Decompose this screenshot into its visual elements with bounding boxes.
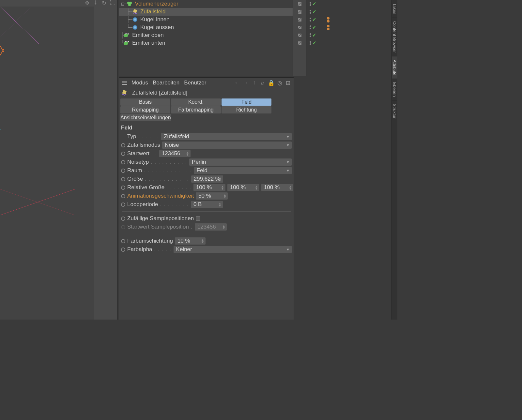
- tag-dots[interactable]: [327, 25, 330, 30]
- side-tab-struktur[interactable]: Struktur: [392, 100, 397, 122]
- layer-flag[interactable]: [298, 41, 302, 45]
- tab-ansicht[interactable]: Ansichtseinstellungen: [120, 114, 171, 121]
- attr-toolbar: Modus Bearbeiten Benutzer ← → ↑ ⌕ 🔒 ◎ ⊞: [119, 78, 294, 88]
- layer-flag[interactable]: [298, 10, 302, 14]
- prop-farbum: Farbumschichtung 10 %▲▼: [119, 237, 294, 245]
- tab-koord[interactable]: Koord.: [171, 98, 221, 106]
- tag-dots[interactable]: [327, 17, 330, 22]
- relgroesse-y-input[interactable]: 100 %▲▼: [227, 184, 259, 191]
- object-row[interactable]: ⊟─ Volumenerzeuger: [119, 0, 294, 8]
- tab-feld[interactable]: Feld: [222, 98, 271, 106]
- svg-rect-21: [122, 90, 127, 94]
- visibility-dots[interactable]: [310, 18, 311, 22]
- target-icon[interactable]: ◎: [277, 80, 283, 86]
- menu-benutzer[interactable]: Benutzer: [184, 80, 206, 86]
- volume-icon: [126, 1, 133, 7]
- attribute-manager: Modus Bearbeiten Benutzer ← → ↑ ⌕ 🔒 ◎ ⊞ …: [119, 77, 294, 320]
- loop-input[interactable]: 0 B▲▼: [191, 201, 223, 208]
- enabled-check[interactable]: ✔: [312, 40, 316, 46]
- layer-flag[interactable]: [298, 18, 302, 22]
- prop-label: Farbumschichtung: [127, 238, 173, 244]
- new-icon[interactable]: ⊞: [285, 80, 291, 86]
- relgroesse-x-input[interactable]: 100 %▲▼: [193, 184, 225, 191]
- spinner-icon[interactable]: ▲▼: [218, 202, 222, 207]
- spinner-icon[interactable]: ▲▼: [186, 151, 189, 156]
- anim-toggle[interactable]: [121, 248, 125, 252]
- anim-toggle[interactable]: [121, 202, 125, 207]
- prop-samplepos: Zufällige Samplepositionen: [119, 214, 294, 223]
- side-tab-ebenen[interactable]: Ebenen: [392, 79, 397, 100]
- object-row[interactable]: ├ Emitter oben: [119, 31, 294, 39]
- startwert-input[interactable]: 123456▲▼: [159, 150, 191, 157]
- layer-flag[interactable]: [298, 33, 302, 38]
- object-row[interactable]: ├─ Zufallsfeld: [119, 8, 294, 16]
- search-icon[interactable]: ⌕: [260, 80, 266, 86]
- zufallsmodus-dropdown[interactable]: Noise▼: [162, 142, 292, 149]
- relgroesse-z-input[interactable]: 100 %▲▼: [261, 184, 293, 191]
- anim-toggle[interactable]: [121, 239, 125, 243]
- svg-rect-13: [124, 34, 129, 37]
- sync-icon[interactable]: ↻: [101, 0, 107, 6]
- samplepos-checkbox[interactable]: [196, 216, 200, 221]
- anim-toggle[interactable]: [121, 169, 125, 173]
- lock-icon[interactable]: 🔒: [268, 80, 274, 86]
- visibility-dots[interactable]: [310, 33, 311, 37]
- anim-toggle[interactable]: [121, 194, 125, 198]
- anim-toggle[interactable]: [121, 186, 125, 190]
- layer-flag[interactable]: [298, 25, 302, 30]
- menu-modus[interactable]: Modus: [131, 80, 148, 86]
- anim-toggle[interactable]: [121, 217, 125, 221]
- visibility-dots[interactable]: [310, 41, 311, 45]
- spinner-icon[interactable]: ▲▼: [219, 177, 222, 181]
- visibility-dots[interactable]: [310, 10, 311, 14]
- enabled-check[interactable]: ✔: [312, 1, 316, 7]
- enabled-check[interactable]: ✔: [312, 32, 316, 38]
- spinner-icon[interactable]: ▲▼: [223, 194, 226, 198]
- noisetyp-dropdown[interactable]: Perlin▼: [189, 158, 292, 166]
- anim-toggle[interactable]: [121, 152, 125, 156]
- drop-icon[interactable]: ⭳: [93, 0, 99, 6]
- layer-flag[interactable]: [298, 2, 302, 6]
- move-icon[interactable]: ✥: [84, 0, 90, 6]
- viewport-3d[interactable]: [0, 7, 94, 320]
- sphere-icon: [132, 24, 138, 31]
- svg-point-12: [133, 25, 137, 30]
- tab-farbremapping[interactable]: Farbremapping: [171, 106, 221, 113]
- menu-icon[interactable]: [122, 81, 127, 85]
- anim-toggle[interactable]: [121, 177, 125, 181]
- spinner-icon[interactable]: ▲▼: [255, 185, 258, 190]
- up-icon[interactable]: ↑: [251, 80, 257, 86]
- enabled-check[interactable]: ✔: [312, 24, 316, 30]
- side-tab-takes[interactable]: Takes: [392, 0, 397, 18]
- side-tab-attribute[interactable]: Attribute: [392, 56, 397, 79]
- farbum-input[interactable]: 10 %▲▼: [175, 237, 206, 245]
- raum-dropdown[interactable]: Feld▼: [194, 167, 292, 174]
- animspeed-input[interactable]: 50 %▲▼: [196, 192, 228, 200]
- typ-dropdown[interactable]: Zufallsfeld▼: [161, 133, 292, 140]
- anim-toggle[interactable]: [121, 143, 125, 147]
- spinner-icon[interactable]: ▲▼: [221, 185, 224, 190]
- object-row[interactable]: └ Emitter unten: [119, 39, 294, 47]
- groesse-input[interactable]: 299.622 %▲▼: [191, 175, 223, 183]
- farbalpha-dropdown[interactable]: Keiner▼: [174, 246, 292, 253]
- frame-icon[interactable]: ⛶: [110, 0, 115, 6]
- visibility-dots[interactable]: [310, 25, 311, 29]
- tab-remapping[interactable]: Remapping: [120, 106, 170, 113]
- object-row[interactable]: └─ Kugel aussen: [119, 23, 294, 31]
- back-icon[interactable]: ←: [234, 80, 240, 86]
- enabled-check[interactable]: ✔: [312, 9, 316, 15]
- anim-toggle[interactable]: [121, 160, 125, 164]
- menu-bearbeiten[interactable]: Bearbeiten: [153, 80, 179, 86]
- prop-label: Zufallsmodus: [127, 142, 160, 148]
- tab-basis[interactable]: Basis: [120, 98, 170, 106]
- spinner-icon[interactable]: ▲▼: [289, 185, 292, 190]
- tab-richtung[interactable]: Richtung: [222, 106, 271, 113]
- visibility-dots[interactable]: [310, 2, 311, 6]
- forward-icon[interactable]: →: [243, 80, 249, 86]
- prop-label: Relative Größe: [127, 184, 164, 191]
- spinner-icon[interactable]: ▲▼: [201, 239, 204, 243]
- viewport-toolbar: ✥ ⭳ ↻ ⛶: [84, 0, 115, 7]
- side-tab-content[interactable]: Content Browser: [392, 18, 397, 56]
- object-row[interactable]: ├─ Kugel innen: [119, 16, 294, 23]
- enabled-check[interactable]: ✔: [312, 17, 316, 22]
